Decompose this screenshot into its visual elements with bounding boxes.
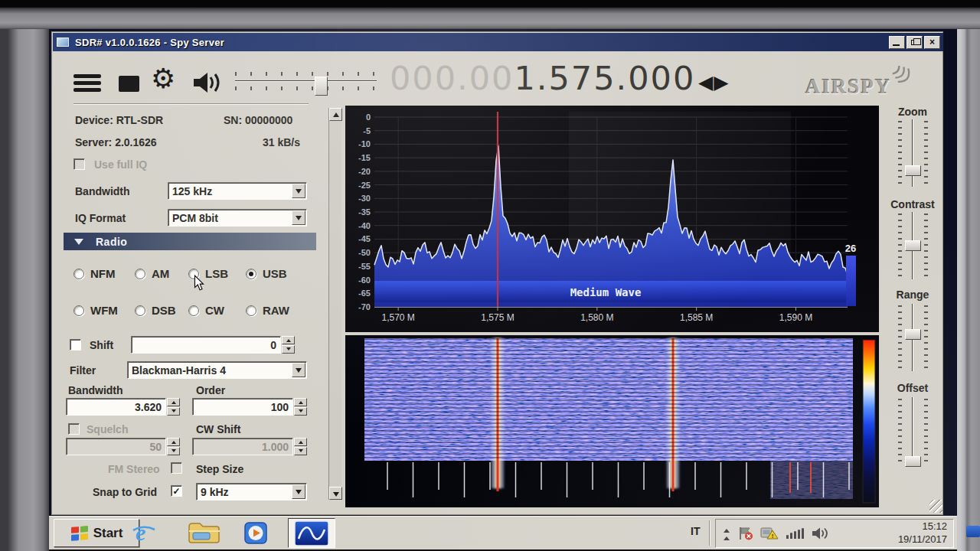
spin-down[interactable] [167,447,180,455]
action-center-flag-icon[interactable] [737,527,754,540]
minimize-button[interactable] [889,36,905,49]
zoom-slider[interactable] [881,119,944,187]
window-resize-grip[interactable] [929,500,942,513]
fm-stereo-checkbox[interactable] [171,462,182,474]
volume-slider[interactable] [235,72,377,103]
scroll-up-button[interactable] [329,108,342,121]
device-warning-icon[interactable]: ! [760,527,779,540]
y-axis-label: -65 [358,289,371,298]
mode-radio-usb[interactable]: USB [246,267,287,280]
radio-circle[interactable] [74,305,84,316]
stop-button[interactable] [119,76,139,92]
tune-up-icon[interactable]: ▶ [714,71,729,93]
mode-radio-am[interactable]: AM [135,267,169,280]
order-spinner[interactable] [294,398,307,416]
volume-speaker-icon[interactable] [192,71,223,94]
spin-up[interactable] [282,336,295,344]
dropdown-button[interactable] [292,210,305,225]
settings-gear-icon[interactable]: ⚙ [151,65,175,93]
frequency-display[interactable]: 000.001.575.000 [390,59,695,97]
tray-expand-chevron-icon[interactable] [724,526,730,541]
close-button[interactable]: × [924,36,940,49]
offset-slider[interactable] [881,397,944,465]
range-slider-thumb[interactable] [905,329,921,340]
squelch-input[interactable]: 50 [66,438,166,455]
spin-down[interactable] [294,447,307,455]
panel-scrollbar[interactable] [328,108,341,500]
volume-slider-thumb[interactable] [315,77,328,96]
zoom-slider-label: Zoom [881,106,944,118]
spin-up[interactable] [294,438,307,446]
media-player-shortcut[interactable] [242,520,270,546]
zoom-slider-thumb[interactable] [905,165,921,176]
mouse-cursor [194,275,204,291]
mode-radio-raw[interactable]: RAW [246,304,289,317]
radio-circle[interactable] [135,269,145,279]
cw-shift-spinner[interactable] [294,438,307,455]
spin-down[interactable] [294,407,307,416]
offset-slider-thumb[interactable] [905,456,921,467]
mode-radio-wfm[interactable]: WFM [74,304,118,317]
internet-explorer-shortcut[interactable]: e [130,520,158,546]
radio-circle[interactable] [74,269,84,279]
radio-circle[interactable] [135,305,145,316]
taskbar-button-sdrsharp[interactable] [288,518,335,548]
contrast-slider-thumb[interactable] [905,240,921,251]
restore-button[interactable] [906,36,923,49]
range-slider[interactable] [881,304,944,371]
radio-section-header[interactable]: Radio [64,233,316,250]
language-indicator[interactable]: IT [691,525,700,537]
snap-to-grid-checkbox[interactable]: ✓ [171,485,182,497]
shift-input[interactable]: 0 [131,336,281,354]
tray-clock[interactable]: 15:12 19/11/2017 [898,520,947,546]
titlebar[interactable]: SDR# v1.0.0.1626 - Spy Server × [53,33,943,51]
triangle-up-icon [333,109,339,117]
waterfall-color-scale [863,340,875,503]
iq-format-dropdown[interactable]: PCM 8bit [168,209,307,227]
frequency-step-arrows[interactable]: ◀▶ [698,71,729,93]
spectrum-display[interactable]: 0-5-10-15-20-25-30-35-40-45-50-55-60-65-… [345,106,879,332]
radio-circle-selected[interactable] [246,269,256,279]
filter-dropdown[interactable]: Blackman-Harris 4 [127,361,307,379]
y-axis-label: -20 [358,167,371,176]
collapse-triangle-icon [74,239,83,249]
contrast-slider[interactable] [881,212,944,279]
scroll-down-button[interactable] [329,487,342,500]
dropdown-button[interactable] [292,363,305,377]
x-axis-label: 1,580 M [580,312,613,323]
radio-circle[interactable] [188,305,199,316]
dropdown-button[interactable] [292,484,305,499]
spin-down[interactable] [167,407,180,416]
use-full-iq-checkbox[interactable] [74,158,85,170]
order-label: Order [196,384,225,396]
filter-bandwidth-spinner[interactable] [167,398,180,416]
mode-radio-nfm[interactable]: NFM [74,267,116,280]
squelch-spinner[interactable] [167,438,180,455]
dropdown-button[interactable] [292,184,305,198]
step-size-dropdown[interactable]: 9 kHz [196,483,307,500]
spin-down[interactable] [282,345,295,354]
radio-circle[interactable] [246,305,256,316]
menu-button[interactable] [74,74,101,95]
squelch-checkbox[interactable] [68,423,80,435]
tune-down-icon[interactable]: ◀ [698,71,714,93]
chevron-down-icon [296,189,302,197]
shift-checkbox[interactable] [70,339,81,350]
tray-volume-icon[interactable] [812,527,830,540]
order-input[interactable]: 100 [192,398,293,416]
spin-up[interactable] [167,438,180,446]
cw-shift-input[interactable]: 1.000 [192,438,293,455]
frequency-value[interactable]: 1.575.000 [514,59,695,97]
mode-radio-cw[interactable]: CW [188,304,224,317]
mode-radio-dsb[interactable]: DSB [135,304,176,317]
network-signal-icon[interactable] [786,528,804,539]
waterfall-display[interactable] [345,335,879,507]
start-button[interactable]: Start [54,519,139,547]
sdrsharp-icon [294,520,329,546]
spin-up[interactable] [167,398,180,406]
spin-up[interactable] [294,398,307,406]
file-explorer-shortcut[interactable] [186,520,221,546]
filter-bandwidth-input[interactable]: 3.620 [66,398,166,416]
bandwidth-dropdown[interactable]: 125 kHz [168,182,307,200]
shift-spinner[interactable] [282,336,295,354]
